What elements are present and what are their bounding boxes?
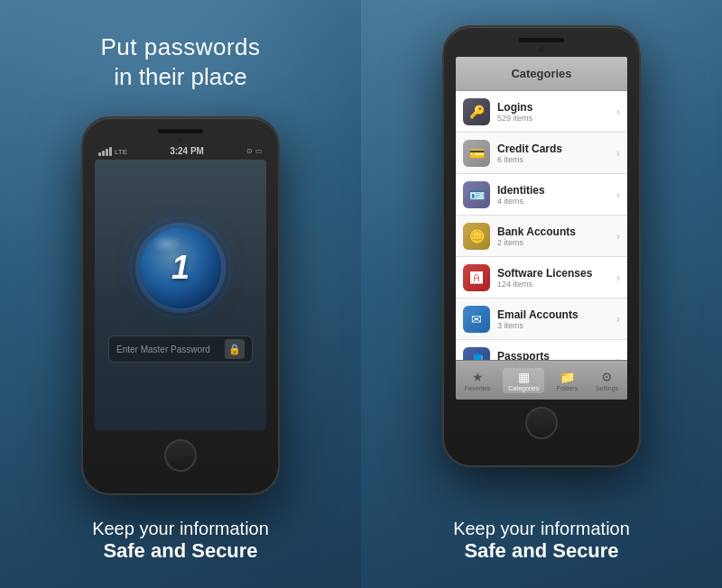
bottom-right-line1: Keep your information (361, 519, 722, 539)
list-item[interactable]: 💳 Credit Cards 6 items › (456, 133, 627, 174)
bottom-right-line2: Safe and Secure (361, 539, 722, 563)
item-count: 6 items (497, 155, 616, 164)
identity-icon: 🪪 (463, 181, 490, 208)
right-panel: Categories 🔑 Logins 529 items › 💳 Credit… (361, 0, 722, 588)
email-icon: ✉ (463, 306, 490, 333)
chevron-icon: › (616, 313, 620, 326)
signal-indicator: LTE (98, 147, 127, 156)
tab-bar: ★ Favorites ▦ Categories 📁 Folders ⚙ Set… (456, 360, 627, 400)
list-item[interactable]: ✉ Email Accounts 3 items › (456, 299, 627, 340)
software-icon: 🅰 (463, 264, 490, 291)
speaker-top-right (519, 38, 564, 42)
list-item-text: Passports 1 item (497, 350, 616, 361)
tab-icon: ⚙ (601, 370, 613, 384)
navigation-bar: Categories (456, 57, 627, 91)
lock-icon: 1 (140, 227, 221, 308)
iphone-right: Categories 🔑 Logins 529 items › 💳 Credit… (442, 25, 641, 467)
list-item[interactable]: 🪪 Identities 4 items › (456, 174, 627, 216)
list-item-text: Identities 4 items (497, 184, 616, 206)
item-name: Credit Cards (497, 142, 616, 155)
chevron-icon: › (616, 106, 620, 118)
tab-favorites[interactable]: ★ Favorites (459, 368, 496, 393)
tab-categories[interactable]: ▦ Categories (503, 368, 544, 393)
safe-text: Safe (103, 539, 144, 562)
status-time: 3:24 PM (170, 146, 204, 156)
safe-bold: Safe (464, 539, 505, 562)
camera-dot-right (539, 46, 544, 51)
left-screen: 1 Enter Master Password 🔒 (95, 160, 266, 430)
bottom-text-right: Keep your information Safe and Secure (361, 519, 722, 563)
left-tagline: Put passwords in their place (100, 32, 260, 91)
app-logo-digit: 1 (171, 249, 190, 287)
bottom-text-left: Keep your information Safe and Secure (0, 519, 361, 563)
password-placeholder-text: Enter Master Password (116, 345, 210, 354)
tab-label: Categories (508, 385, 539, 391)
item-name: Passports (497, 350, 616, 361)
chevron-icon: › (616, 271, 620, 284)
tab-icon: 📁 (560, 370, 575, 384)
logins-icon: 🔑 (463, 98, 490, 125)
tab-label: Favorites (465, 385, 491, 391)
status-bar: LTE 3:24 PM ⊙ ▭ (95, 146, 266, 156)
tab-folders[interactable]: 📁 Folders (551, 368, 583, 393)
chevron-icon: › (616, 230, 620, 243)
tab-label: Folders (557, 385, 578, 391)
bank-icon: 🪙 (463, 223, 490, 250)
list-item[interactable]: 🅰 Software Licenses 124 items › (456, 257, 627, 299)
item-count: 529 items (497, 114, 616, 123)
item-name: Software Licenses (497, 267, 616, 280)
iphone-left: LTE 3:24 PM ⊙ ▭ 1 Enter Master Password … (81, 116, 280, 495)
battery-icon: ▭ (255, 147, 263, 155)
home-button-right[interactable] (525, 407, 558, 439)
bottom-line2-left: Safe and Secure (0, 539, 361, 563)
bottom-line1-left: Keep your information (0, 519, 361, 539)
passport-icon: 📘 (463, 347, 490, 361)
and-separator: and (512, 539, 552, 562)
item-name: Logins (497, 101, 616, 114)
item-name: Email Accounts (497, 308, 616, 321)
list-item[interactable]: 🔑 Logins 529 items › (456, 91, 627, 133)
list-item-text: Software Licenses 124 items (497, 267, 616, 289)
speaker-top (158, 129, 203, 133)
tab-label: Settings (596, 385, 618, 391)
item-count: 4 items (497, 197, 616, 206)
tab-settings[interactable]: ⚙ Settings (590, 368, 624, 393)
list-item-text: Email Accounts 3 items (497, 308, 616, 330)
list-item[interactable]: 🪙 Bank Accounts 2 items › (456, 216, 627, 257)
network-type: LTE (115, 148, 127, 156)
list-item[interactable]: 📘 Passports 1 item › (456, 340, 627, 360)
chevron-icon: › (616, 188, 620, 201)
lock-button[interactable]: 🔒 (225, 339, 245, 359)
orientation-icon: ⊙ (246, 147, 253, 155)
camera-dot (178, 137, 183, 142)
tagline-line2: in their place (100, 62, 260, 92)
and-text: and (151, 539, 191, 562)
item-count: 2 items (497, 238, 616, 247)
categories-list: 🔑 Logins 529 items › 💳 Credit Cards 6 it… (456, 91, 627, 360)
list-item-text: Credit Cards 6 items (497, 142, 616, 164)
item-count: 124 items (497, 280, 616, 289)
home-button-left[interactable] (164, 439, 197, 472)
chevron-icon: › (616, 147, 620, 160)
right-screen: Categories 🔑 Logins 529 items › 💳 Credit… (456, 57, 627, 400)
item-name: Bank Accounts (497, 225, 616, 238)
secure-bold: Secure (552, 539, 618, 562)
tab-icon: ★ (472, 370, 484, 384)
secure-text: Secure (191, 539, 257, 562)
list-item-text: Logins 529 items (497, 101, 616, 123)
left-panel: Put passwords in their place LTE 3:24 PM… (0, 0, 361, 588)
master-password-field[interactable]: Enter Master Password 🔒 (108, 335, 253, 363)
item-count: 3 items (497, 321, 616, 330)
cards-icon: 💳 (463, 140, 490, 167)
list-item-text: Bank Accounts 2 items (497, 225, 616, 247)
status-right-icons: ⊙ ▭ (246, 147, 263, 155)
item-name: Identities (497, 184, 616, 197)
tagline-line1: Put passwords (100, 32, 260, 62)
tab-icon: ▦ (518, 370, 530, 384)
nav-title: Categories (511, 67, 571, 80)
